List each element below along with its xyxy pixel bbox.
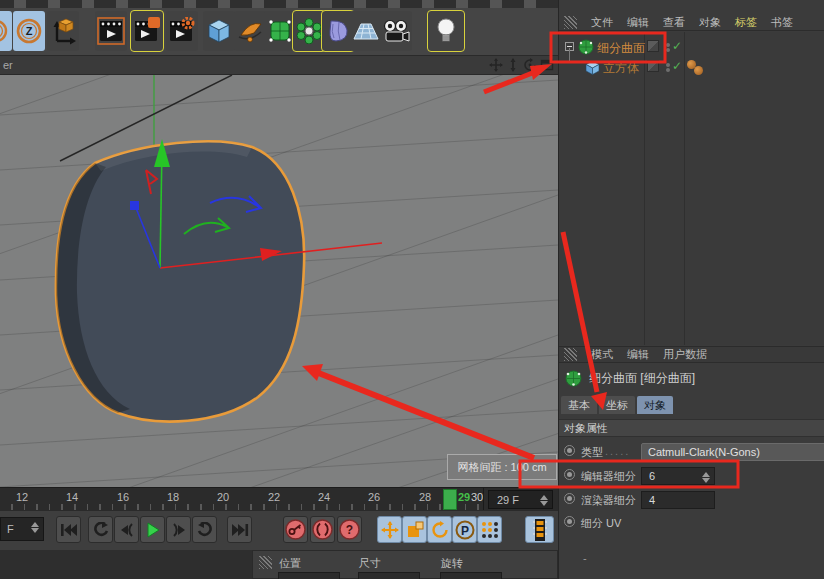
layer-toggle[interactable] [647,40,659,52]
render-subdivision-field[interactable]: 4 [641,491,715,509]
object-row-subdivision-surface[interactable]: 细分曲面 ✓ [559,36,824,58]
play-icon [145,522,161,538]
render-view-button[interactable] [95,11,127,51]
edit-render-settings-button[interactable] [166,11,198,51]
frame-range-value: F [7,523,14,535]
tab-basic[interactable]: 基本 [561,396,597,414]
frame-up-arrow[interactable] [540,495,548,500]
om-menu-edit[interactable]: 编辑 [627,15,649,30]
tag-icon[interactable] [694,66,703,75]
next-key-button[interactable] [166,516,191,543]
om-menu-tags[interactable]: 标签 [735,15,757,30]
light-icon [433,16,459,46]
subdivide-uv-radio-icon[interactable] [564,516,575,527]
type-dropdown[interactable]: Catmull-Clark(N-Gons) [641,443,824,461]
editor-subdivision-radio-icon[interactable] [564,469,575,480]
tab-coordinates[interactable]: 坐标 [599,396,635,414]
size-x-field[interactable] [358,572,420,579]
position-x-field[interactable] [278,572,340,579]
spline-pen-button[interactable] [234,11,266,51]
camera-button[interactable] [380,11,412,51]
range-down-arrow[interactable] [31,528,39,533]
render-picture-viewer-button[interactable] [131,11,163,51]
record-parameter-button[interactable]: P [452,516,477,543]
go-to-start-button[interactable] [56,516,81,543]
subdiv-down-arrow[interactable] [702,478,710,483]
viewport[interactable]: 网格间距 : 100 cm [0,75,558,487]
record-key-button[interactable] [283,516,308,543]
am-menu-mode[interactable]: 模式 [591,347,613,362]
redo-button[interactable]: Z [13,11,45,51]
autokey-help-button[interactable]: ? [337,516,362,543]
editor-subdivision-label: 编辑器细分 [581,469,636,484]
object-row-cube[interactable]: 立方体 ✓ [559,56,824,78]
am-menu-userdata[interactable]: 用户数据 [663,347,707,362]
subdivision-surface-tool-button[interactable] [264,11,296,51]
render-subdivision-label: 渲染器细分 [581,493,636,508]
timeline-playhead[interactable] [443,489,457,510]
enabled-check-icon[interactable]: ✓ [672,59,682,73]
tick-label: 28 [412,491,438,503]
frame-down-arrow[interactable] [540,501,548,506]
record-scale-button[interactable] [402,516,427,543]
om-menu-view[interactable]: 查看 [663,15,685,30]
render-subdivision-radio-icon[interactable] [564,493,575,504]
tab-object[interactable]: 对象 [637,396,673,414]
editor-subdivision-field[interactable]: 6 [641,467,715,485]
play-button[interactable] [140,516,165,543]
record-rotation-button[interactable] [427,516,452,543]
go-to-end-button[interactable] [227,516,252,543]
light-button[interactable] [428,11,464,51]
visibility-dots[interactable] [663,42,670,52]
object-name[interactable]: 细分曲面 [597,40,645,57]
position-header: 位置 [279,556,301,571]
panel-dash: - [583,552,587,564]
rotation-h-field[interactable] [440,572,502,579]
coordinate-system-button[interactable] [47,11,79,51]
range-up-arrow[interactable] [31,522,39,527]
om-menu-bookmarks[interactable]: 书签 [771,15,793,30]
svg-text:?: ? [346,523,353,537]
type-radio-icon[interactable] [564,445,575,456]
pan-icon[interactable] [489,58,503,72]
frame-range-field[interactable]: F [0,517,44,541]
record-point-level-button[interactable] [477,516,502,543]
visibility-dots[interactable] [663,62,670,72]
cube-icon [585,60,600,75]
object-properties-section[interactable]: 对象属性 [559,419,824,437]
subdiv-up-arrow[interactable] [702,472,710,477]
record-position-button[interactable] [377,516,402,543]
previous-key-button[interactable] [114,516,139,543]
object-name[interactable]: 立方体 [603,60,639,77]
om-menu-objects[interactable]: 对象 [699,15,721,30]
floor-button[interactable] [350,11,382,51]
timeline-ruler[interactable]: 12 14 16 18 20 22 24 26 28 29 30 29 F [0,487,558,510]
panel-grip-icon[interactable] [259,556,272,569]
cinema4d-window: Z [0,0,824,579]
array-generator-button[interactable] [293,11,325,51]
object-manager[interactable]: 细分曲面 ✓ 立方体 ✓ [559,32,824,345]
object-manager-menubar: 文件 编辑 查看 对象 标签 书签 [559,14,824,31]
am-grip-icon[interactable] [564,348,577,361]
record-parameters-button[interactable] [310,516,335,543]
loop-back-icon [93,522,109,538]
maximize-view-icon[interactable] [540,58,554,72]
subdivided-cube-object[interactable] [56,141,304,421]
render-picture-viewer-icon [133,17,161,45]
enabled-check-icon[interactable]: ✓ [672,39,682,53]
loop-back-button[interactable] [88,516,113,543]
undo-icon [0,18,9,44]
om-menu-file[interactable]: 文件 [591,15,613,30]
question-icon: ? [339,519,360,540]
timeline-filmstrip-button[interactable] [525,516,554,543]
undo-button[interactable] [0,11,12,51]
layer-toggle[interactable] [647,60,659,72]
dolly-icon[interactable] [506,58,520,72]
rotation-header: 旋转 [441,556,463,571]
om-grip-icon[interactable] [564,16,577,29]
rotate-view-icon[interactable] [523,58,537,72]
current-frame-field[interactable]: 29 F [488,490,553,509]
loop-forward-button[interactable] [192,516,217,543]
am-menu-edit[interactable]: 编辑 [627,347,649,362]
add-cube-button[interactable] [203,11,235,51]
